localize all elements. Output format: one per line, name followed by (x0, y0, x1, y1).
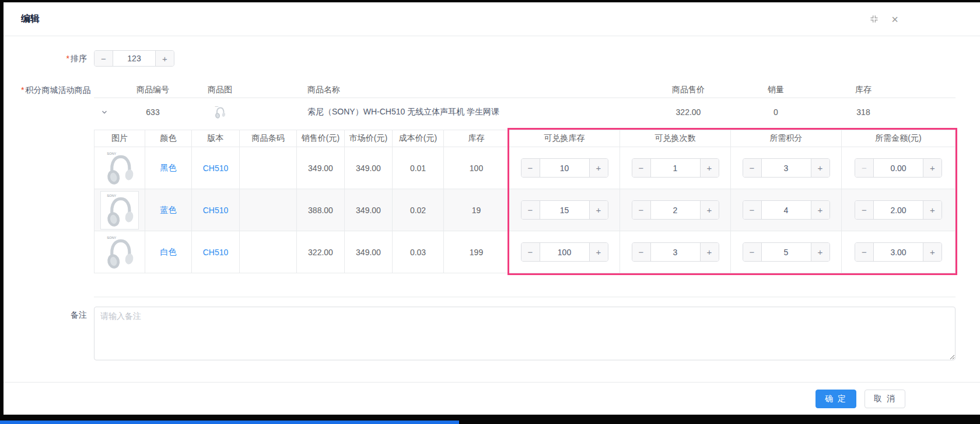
sku-image[interactable] (104, 234, 135, 270)
product-name: 索尼（SONY）WH-CH510 无线立体声耳机 学生网课 (249, 107, 645, 117)
minus-button[interactable]: − (522, 159, 540, 177)
dialog-footer: 确 定 取 消 (4, 382, 980, 415)
required-asterisk: * (21, 85, 24, 95)
sku-color-link[interactable]: 蓝色 (160, 205, 177, 216)
col-need-amount: 所需金额(元) (842, 130, 956, 147)
edit-dialog: 编辑 × *排序 − 123 (4, 2, 980, 415)
exchange-times-input[interactable]: 2 (651, 201, 700, 219)
product-stock: 318 (820, 107, 907, 117)
sku-cost-price: 0.03 (393, 231, 444, 273)
sku-color-link[interactable]: 白色 (160, 247, 177, 258)
need-amount-stepper: − 2.00 + (855, 200, 942, 220)
close-icon[interactable]: × (891, 15, 898, 23)
minus-button[interactable]: − (743, 243, 762, 261)
plus-button[interactable]: + (700, 159, 719, 177)
remark-form-row: 备注 (21, 307, 956, 360)
need-points-input[interactable]: 5 (762, 243, 811, 261)
sort-form-row: *排序 − 123 + (21, 50, 956, 67)
sort-label: *排序 (21, 50, 94, 67)
need-amount-stepper: − 3.00 + (855, 242, 942, 262)
sku-stock: 100 (444, 147, 509, 189)
sku-version-link[interactable]: CH510 (203, 248, 229, 257)
confirm-button[interactable]: 确 定 (816, 390, 856, 408)
col-stock: 库存 (444, 130, 509, 147)
col-sku-barcode: 商品条码 (240, 130, 297, 147)
minus-button[interactable]: − (855, 243, 874, 261)
need-points-stepper: − 5 + (743, 242, 830, 262)
expand-row-icon[interactable] (101, 109, 108, 116)
product-thumbnail[interactable] (214, 105, 226, 120)
sku-version-link[interactable]: CH510 (203, 164, 229, 173)
exchange-stock-stepper: − 15 + (521, 200, 608, 220)
products-table: 商品编号 商品图 商品名称 商品售价 销量 库存 633 (94, 82, 956, 297)
product-table-header: 商品编号 商品图 商品名称 商品售价 销量 库存 (94, 82, 956, 98)
need-amount-input[interactable]: 3.00 (874, 243, 923, 261)
sku-cost-price: 0.02 (393, 189, 444, 231)
sku-color-link[interactable]: 黑色 (160, 163, 177, 173)
col-sku-color: 颜色 (145, 130, 192, 147)
col-product-name: 商品名称 (249, 85, 645, 95)
cancel-button[interactable]: 取 消 (864, 390, 905, 408)
exchange-stock-input[interactable]: 10 (540, 159, 589, 177)
col-market-price: 市场价(元) (345, 130, 393, 147)
minus-button[interactable]: − (632, 243, 651, 261)
products-form-row: *积分商城活动商品 商品编号 商品图 商品名称 商品售价 销量 库存 (21, 82, 956, 297)
exchange-times-stepper: − 1 + (632, 158, 719, 178)
remark-textarea[interactable] (94, 307, 956, 360)
col-exchange-times: 可兑换次数 (620, 130, 731, 147)
exchange-stock-input[interactable]: 15 (540, 201, 589, 219)
sort-stepper: − 123 + (94, 50, 174, 67)
exchange-stock-stepper: − 100 + (521, 242, 608, 262)
plus-button[interactable]: + (589, 201, 608, 219)
minus-button[interactable]: − (855, 201, 874, 219)
minus-button[interactable]: − (632, 201, 651, 219)
minus-button[interactable]: − (522, 243, 540, 261)
need-amount-input[interactable]: 0.00 (874, 159, 923, 177)
need-amount-input[interactable]: 2.00 (874, 201, 923, 219)
plus-button[interactable]: + (923, 201, 942, 219)
col-exchange-stock: 可兑换库存 (509, 130, 620, 147)
minus-button-disabled[interactable]: − (855, 159, 874, 177)
sort-value-input[interactable]: 123 (113, 51, 155, 66)
dialog-body: *排序 − 123 + *积分商城活动商品 商品编号 商品图 商品名称 商品售价 (4, 36, 980, 360)
minus-button[interactable]: − (743, 201, 762, 219)
plus-button[interactable]: + (923, 243, 942, 261)
plus-button[interactable]: + (700, 201, 719, 219)
sku-barcode (240, 147, 297, 189)
exchange-times-input[interactable]: 3 (651, 243, 700, 261)
col-product-sales: 销量 (732, 85, 820, 95)
need-points-input[interactable]: 4 (762, 201, 811, 219)
collapse-fullscreen-icon[interactable] (870, 15, 878, 23)
dialog-header: 编辑 × (4, 2, 980, 36)
plus-button[interactable]: + (811, 201, 830, 219)
plus-button[interactable]: + (811, 159, 830, 177)
product-row: 633 索尼（SONY）WH-CH510 无线立体声耳机 学生网课 322.00… (94, 98, 956, 126)
minus-button[interactable]: − (522, 201, 540, 219)
sku-image[interactable] (104, 192, 135, 228)
sku-market-price: 349.00 (345, 147, 393, 189)
plus-button[interactable]: + (811, 243, 830, 261)
minus-button[interactable]: − (632, 159, 651, 177)
sku-image[interactable] (104, 150, 135, 186)
plus-button[interactable]: + (155, 51, 174, 66)
exchange-stock-stepper: − 10 + (521, 158, 608, 178)
col-product-image: 商品图 (191, 85, 249, 95)
col-sale-price: 销售价(元) (297, 130, 345, 147)
plus-button[interactable]: + (700, 243, 719, 261)
minus-button[interactable]: − (94, 51, 113, 66)
plus-button[interactable]: + (923, 159, 942, 177)
need-points-input[interactable]: 3 (762, 159, 811, 177)
exchange-times-input[interactable]: 1 (651, 159, 700, 177)
sku-stock: 19 (444, 189, 509, 231)
col-product-code: 商品编号 (115, 85, 191, 95)
plus-button[interactable]: + (589, 159, 608, 177)
plus-button[interactable]: + (589, 243, 608, 261)
screen-backdrop: 编辑 × *排序 − 123 (0, 0, 980, 424)
exchange-stock-input[interactable]: 100 (540, 243, 589, 261)
required-asterisk: * (66, 54, 69, 63)
sku-version-link[interactable]: CH510 (203, 206, 229, 215)
sku-table-header: 图片 颜色 版本 商品条码 销售价(元) 市场价(元) 成本价(元) 库存 可兑… (94, 130, 956, 147)
need-points-stepper: − 4 + (743, 200, 830, 220)
minus-button[interactable]: − (743, 159, 762, 177)
col-product-price: 商品售价 (645, 85, 732, 95)
